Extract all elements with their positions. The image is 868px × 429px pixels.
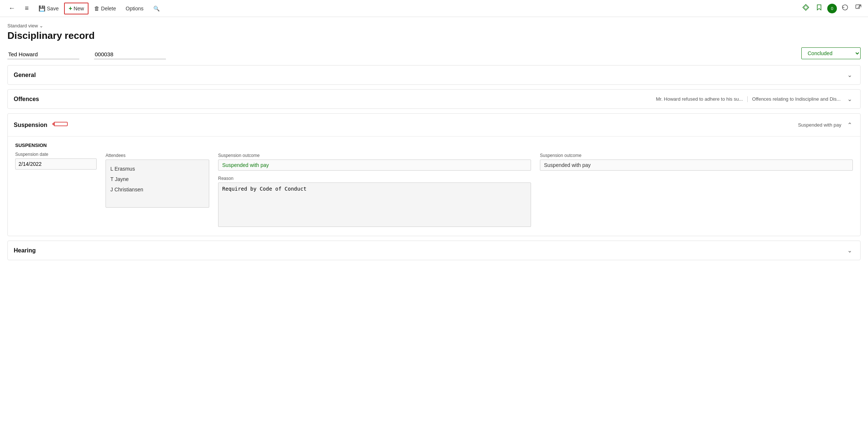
- offences-summary-text1: Mr. Howard refused to adhere to his su..…: [656, 96, 743, 102]
- general-section-header[interactable]: General ⌄: [8, 66, 860, 84]
- new-button[interactable]: + New: [64, 3, 88, 14]
- search-icon: 🔍: [153, 6, 160, 11]
- options-button[interactable]: Options: [121, 3, 147, 14]
- notification-count: 0: [831, 6, 833, 11]
- delete-icon: 🗑: [94, 5, 100, 11]
- delete-button[interactable]: 🗑 Delete: [90, 3, 120, 14]
- offences-summary-text2: Offences relating to Indiscipline and Di…: [752, 96, 841, 102]
- attendees-list[interactable]: L Erasmus T Jayne J Christiansen: [106, 160, 209, 208]
- suspension-content: SUSPENSION Suspension date Attendees L E…: [8, 136, 860, 236]
- header-fields: Concluded New In Progress: [7, 47, 861, 59]
- outcome2-input[interactable]: [540, 160, 853, 171]
- attendees-column: Attendees L Erasmus T Jayne J Christians…: [106, 143, 209, 208]
- general-chevron-button[interactable]: ⌄: [845, 71, 854, 79]
- outcome1-column: Suspension outcome Reason Required by Co…: [218, 143, 531, 227]
- employee-name-input[interactable]: [7, 50, 79, 59]
- attendee-item: J Christiansen: [110, 184, 204, 195]
- offences-chevron-button[interactable]: ⌄: [845, 95, 854, 103]
- attendees-label: Attendees: [106, 153, 209, 158]
- plus-icon: +: [69, 5, 72, 12]
- diamond-icon-button[interactable]: [801, 2, 811, 14]
- general-section-title: General: [14, 72, 36, 78]
- suspension-section-header[interactable]: Suspension Suspended with pay ⌃: [8, 114, 860, 136]
- reason-textarea[interactable]: Required by Code of Conduct: [218, 182, 531, 227]
- offences-section-header[interactable]: Offences Mr. Howard refused to adhere to…: [8, 90, 860, 108]
- suspension-section-title: Suspension: [14, 122, 47, 128]
- search-button[interactable]: 🔍: [149, 3, 164, 14]
- menu-button[interactable]: ≡: [21, 2, 33, 14]
- standard-view-toggle[interactable]: Standard view ⌄: [7, 23, 861, 29]
- suspension-arrow-annotation: [51, 119, 73, 131]
- save-button[interactable]: 💾 Save: [34, 3, 63, 14]
- general-section: General ⌄: [7, 65, 861, 85]
- attendee-item: T Jayne: [110, 174, 204, 184]
- back-icon: ←: [9, 4, 15, 12]
- toolbar: ← ≡ 💾 Save + New 🗑 Delete Options 🔍: [0, 0, 868, 17]
- refresh-button[interactable]: [840, 2, 850, 14]
- outcome1-input[interactable]: [218, 160, 531, 171]
- chevron-down-icon: ⌄: [39, 23, 43, 29]
- reason-label: Reason: [218, 176, 531, 181]
- main-content: Standard view ⌄ Disciplinary record Conc…: [0, 17, 868, 271]
- outcome2-column: Suspension outcome: [540, 143, 853, 171]
- attendee-item: L Erasmus: [110, 164, 204, 174]
- suspension-section-label: SUSPENSION: [15, 143, 97, 148]
- suspension-chevron-button[interactable]: ⌃: [845, 121, 854, 129]
- suspension-grid: SUSPENSION Suspension date Attendees L E…: [15, 143, 853, 227]
- hearing-section-header[interactable]: Hearing ⌄: [8, 241, 860, 260]
- offences-summary-divider: [747, 96, 748, 102]
- svg-rect-1: [54, 122, 67, 126]
- offences-section-title: Offences: [14, 96, 39, 103]
- outcome2-label: Suspension outcome: [540, 153, 853, 158]
- offences-summary: Mr. Howard refused to adhere to his su..…: [656, 95, 854, 103]
- save-icon: 💾: [39, 5, 46, 12]
- bookmark-icon-button[interactable]: [814, 2, 824, 14]
- hearing-section-title: Hearing: [14, 247, 36, 254]
- suspension-date-column: SUSPENSION Suspension date: [15, 143, 97, 170]
- hearing-chevron-button[interactable]: ⌄: [845, 246, 854, 255]
- open-new-window-button[interactable]: [853, 2, 864, 14]
- suspension-summary-text: Suspended with pay: [798, 122, 841, 128]
- suspension-date-label: Suspension date: [15, 152, 97, 157]
- page-title: Disciplinary record: [7, 30, 861, 41]
- employee-name-field: [7, 50, 79, 59]
- suspension-title-area: Suspension: [14, 119, 73, 131]
- record-number-input[interactable]: [94, 50, 166, 59]
- back-button[interactable]: ←: [4, 2, 19, 14]
- status-select[interactable]: Concluded New In Progress: [801, 47, 861, 59]
- status-field: Concluded New In Progress: [801, 47, 861, 59]
- offences-section: Offences Mr. Howard refused to adhere to…: [7, 89, 861, 109]
- outcome1-label: Suspension outcome: [218, 153, 531, 158]
- notification-button[interactable]: 0: [827, 4, 837, 13]
- suspension-section: Suspension Suspended with pay ⌃ SUSP: [7, 113, 861, 236]
- record-number-field: [94, 50, 166, 59]
- toolbar-right: 0: [801, 2, 864, 14]
- hearing-section: Hearing ⌄: [7, 241, 861, 260]
- suspension-date-input[interactable]: [15, 158, 97, 170]
- menu-icon: ≡: [25, 4, 29, 12]
